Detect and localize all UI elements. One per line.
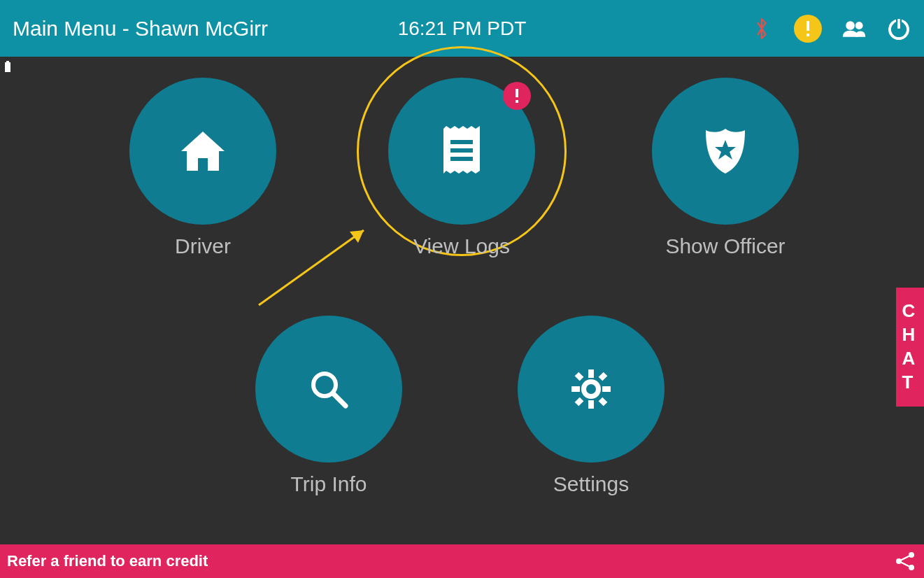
officer-label: Show Officer <box>652 234 799 258</box>
bluetooth-icon[interactable] <box>749 16 774 41</box>
viewlogs-button[interactable] <box>388 78 535 225</box>
receipt-icon <box>441 126 483 176</box>
battery-icon <box>4 61 11 72</box>
svg-rect-16 <box>516 100 518 103</box>
tripinfo-button[interactable] <box>255 316 402 463</box>
svg-line-33 <box>901 563 909 567</box>
svg-point-3 <box>855 22 863 29</box>
svg-rect-22 <box>602 386 611 392</box>
svg-point-28 <box>586 384 596 394</box>
tripinfo-label: Trip Info <box>255 472 402 496</box>
menu-item-tripinfo: Trip Info <box>255 316 402 496</box>
svg-rect-8 <box>6 61 9 62</box>
svg-marker-11 <box>350 230 364 243</box>
gear-icon <box>569 367 613 411</box>
svg-point-31 <box>909 565 914 570</box>
driver-label: Driver <box>129 234 276 258</box>
svg-line-32 <box>901 556 909 561</box>
svg-rect-1 <box>806 34 809 36</box>
viewlogs-label: View Logs <box>388 234 535 258</box>
header-icons-group <box>749 15 911 43</box>
share-icon[interactable] <box>893 549 917 573</box>
power-icon[interactable] <box>886 16 911 41</box>
svg-point-2 <box>846 21 855 30</box>
svg-rect-14 <box>450 157 473 161</box>
menu-item-settings: Settings <box>518 316 664 496</box>
svg-rect-7 <box>897 19 900 29</box>
chat-tab-label: CHAT <box>902 299 918 394</box>
footer-bar[interactable]: Refer a friend to earn credit <box>0 544 924 578</box>
svg-rect-19 <box>588 369 594 378</box>
alert-badge-icon[interactable] <box>794 15 822 43</box>
search-icon <box>308 368 350 410</box>
svg-point-30 <box>896 558 902 564</box>
svg-rect-26 <box>599 397 608 407</box>
menu-item-driver: Driver <box>129 78 276 258</box>
viewlogs-alert-badge <box>503 82 531 110</box>
users-icon[interactable] <box>841 16 867 41</box>
home-icon <box>178 129 227 174</box>
page-title: Main Menu - Shawn McGirr <box>13 17 268 41</box>
svg-rect-9 <box>5 62 10 72</box>
svg-rect-12 <box>450 140 473 144</box>
svg-line-18 <box>333 393 346 406</box>
svg-rect-15 <box>516 89 518 97</box>
svg-rect-25 <box>575 397 584 407</box>
driver-button[interactable] <box>129 78 276 225</box>
officer-button[interactable] <box>652 78 799 225</box>
menu-item-officer: Show Officer <box>652 78 799 258</box>
settings-label: Settings <box>518 472 664 496</box>
svg-rect-20 <box>588 400 594 409</box>
header-bar: Main Menu - Shawn McGirr 16:21 PM PDT <box>0 0 924 57</box>
svg-point-29 <box>909 552 914 558</box>
svg-rect-21 <box>571 386 580 392</box>
clock-time: 16:21 PM PDT <box>398 17 527 40</box>
svg-rect-13 <box>450 148 473 153</box>
footer-text: Refer a friend to earn credit <box>7 552 208 570</box>
svg-rect-23 <box>575 372 584 381</box>
settings-button[interactable] <box>518 316 664 463</box>
svg-rect-24 <box>599 372 608 381</box>
badge-shield-icon <box>703 126 748 176</box>
chat-side-tab[interactable]: CHAT <box>896 288 924 407</box>
main-content: Driver <box>0 57 924 544</box>
svg-rect-0 <box>806 21 809 31</box>
menu-item-viewlogs: View Logs <box>388 78 535 258</box>
